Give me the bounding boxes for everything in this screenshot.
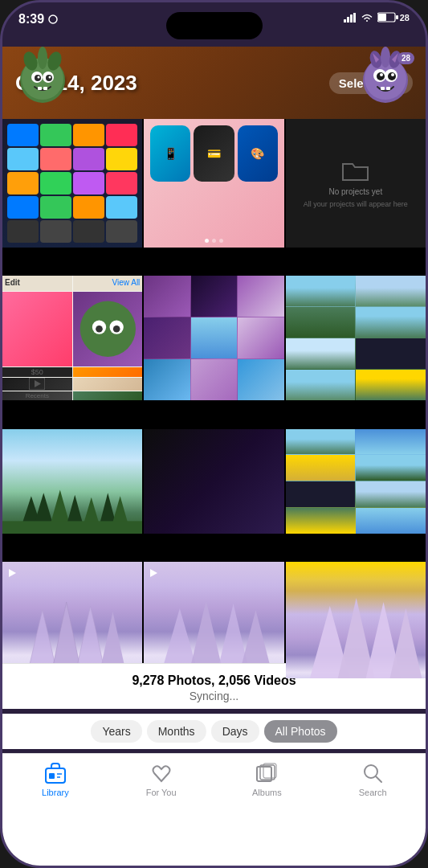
photo-cell-3[interactable]: No projects yet All your projects will a… xyxy=(286,119,426,248)
monster-left-decoration xyxy=(10,47,75,111)
svg-rect-50 xyxy=(2,521,142,534)
svg-rect-35 xyxy=(386,87,390,90)
battery-icon: 28 xyxy=(377,12,410,23)
svg-point-31 xyxy=(391,73,394,76)
tab-library[interactable]: Library xyxy=(2,762,108,797)
phone-frame: 8:39 28 xyxy=(0,0,428,868)
svg-line-73 xyxy=(376,776,381,782)
status-time: 8:39 xyxy=(18,12,59,27)
albums-tab-label: Albums xyxy=(252,788,282,797)
photo-cell-9[interactable] xyxy=(286,429,426,534)
tab-albums[interactable]: Albums xyxy=(214,762,320,797)
photo-cell-8[interactable] xyxy=(144,429,283,534)
svg-marker-55 xyxy=(9,569,16,577)
battery-percent: 28 xyxy=(400,13,410,23)
photo-cell-12-selected[interactable] xyxy=(286,562,426,678)
for-you-tab-icon xyxy=(150,762,173,784)
library-tab-label: Library xyxy=(42,788,69,797)
svg-rect-7 xyxy=(396,15,398,19)
photo-cell-1[interactable] xyxy=(2,119,142,248)
photo-cell-2[interactable]: 📱 💳 🎨 xyxy=(144,119,283,248)
svg-rect-66 xyxy=(49,773,55,779)
svg-point-0 xyxy=(49,15,57,23)
status-icons: 28 xyxy=(344,12,410,23)
search-tab-label: Search xyxy=(359,788,387,797)
svg-rect-34 xyxy=(381,87,385,90)
empty-folder-subtext: All your projects will appear here xyxy=(296,200,416,208)
photo-cell-10[interactable] xyxy=(2,562,142,678)
svg-rect-20 xyxy=(43,87,47,90)
svg-point-18 xyxy=(49,76,51,79)
svg-point-17 xyxy=(38,76,40,79)
photo-cell-11[interactable] xyxy=(144,562,283,678)
library-tab-icon xyxy=(44,762,67,784)
folder-icon xyxy=(341,159,369,183)
tab-bar: Library For You Albums xyxy=(2,753,426,866)
wifi-icon xyxy=(361,13,373,23)
battery-svg xyxy=(377,12,398,23)
photo-cell-6[interactable] xyxy=(286,276,426,400)
photo-cell-4[interactable]: Edit View All $50 Recents xyxy=(2,276,142,400)
svg-rect-6 xyxy=(378,14,386,21)
status-indicator-icon xyxy=(47,14,59,25)
filter-months-button[interactable]: Months xyxy=(147,720,206,743)
search-tab-icon xyxy=(361,762,384,784)
video-play-icon-2 xyxy=(149,567,158,581)
svg-point-24 xyxy=(381,47,390,68)
svg-rect-1 xyxy=(344,19,346,23)
svg-rect-3 xyxy=(350,14,353,23)
svg-rect-19 xyxy=(38,87,42,90)
photo-cell-7[interactable] xyxy=(2,429,142,534)
filter-all-photos-button[interactable]: All Photos xyxy=(264,720,337,743)
timeline-filter-bar: Years Months Days All Photos xyxy=(2,714,426,749)
signal-icon xyxy=(344,13,357,23)
filter-years-button[interactable]: Years xyxy=(91,720,141,743)
svg-rect-65 xyxy=(46,768,65,783)
video-play-icon xyxy=(7,567,17,581)
svg-point-40 xyxy=(112,326,120,333)
photo-cell-5[interactable] xyxy=(144,276,283,400)
tab-for-you[interactable]: For You xyxy=(108,762,214,797)
svg-marker-42 xyxy=(35,380,41,387)
tab-search[interactable]: Search xyxy=(320,762,426,797)
photo-grid: 📱 💳 🎨 No projects yet xyxy=(2,119,426,705)
filter-days-button[interactable]: Days xyxy=(211,720,259,743)
sync-status-label: Syncing... xyxy=(15,690,413,702)
svg-rect-2 xyxy=(347,17,349,23)
svg-marker-64 xyxy=(389,608,422,678)
albums-tab-icon xyxy=(255,762,278,784)
notification-badge: 28 xyxy=(397,52,414,64)
svg-marker-60 xyxy=(150,569,157,577)
svg-point-30 xyxy=(380,73,383,76)
svg-point-39 xyxy=(96,326,103,333)
svg-point-36 xyxy=(79,301,135,357)
dynamic-island xyxy=(166,12,263,39)
for-you-tab-label: For You xyxy=(146,788,177,797)
svg-point-11 xyxy=(38,47,47,69)
svg-rect-4 xyxy=(353,13,356,23)
empty-folder-text: No projects yet xyxy=(328,187,382,196)
